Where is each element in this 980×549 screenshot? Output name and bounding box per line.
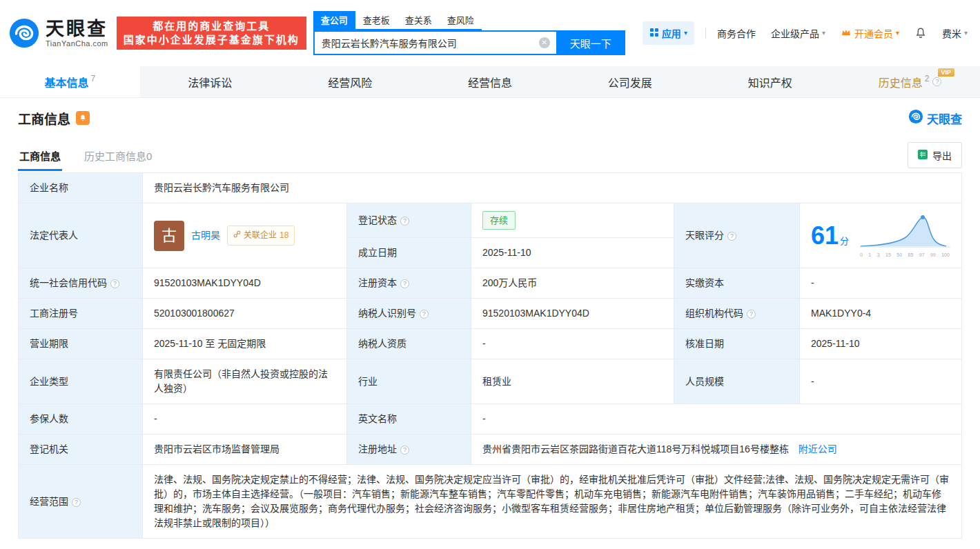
reg-number-label: 工商注册号 <box>19 299 143 329</box>
search-button[interactable]: 天眼一下 <box>556 30 625 55</box>
page-title: 工商信息 <box>18 109 70 128</box>
tab-count: 2 <box>925 74 930 83</box>
org-code-label: 组织机构代码? <box>674 299 800 329</box>
score-chart: 01 315 5085 9799 100 <box>859 213 950 258</box>
company-name-label: 企业名称 <box>19 173 143 203</box>
content: 工商信息 天眼查 工商信息 历史工商信息0 <box>0 98 980 539</box>
tab-label: 法律诉讼 <box>188 74 232 90</box>
english-name-value: - <box>471 404 962 435</box>
export-label: 导出 <box>932 148 952 162</box>
logo-domain: TianYanCha.com <box>46 39 108 48</box>
score-number: 61分 <box>811 222 849 250</box>
tab-label: 知识产权 <box>748 74 792 90</box>
search-box: ✕ <box>313 30 556 55</box>
help-icon[interactable]: ? <box>400 279 409 288</box>
export-button[interactable]: 导出 <box>908 142 962 168</box>
search-tab-risk[interactable]: 查风险 <box>440 11 482 29</box>
tab-count: 7 <box>91 74 96 83</box>
related-companies-label: 关联企业 <box>244 228 277 243</box>
search-tab-relation[interactable]: 查关系 <box>398 11 440 29</box>
company-type-value: 有限责任公司（非自然人投资或控股的法人独资） <box>143 359 347 404</box>
help-icon[interactable]: ? <box>110 279 119 288</box>
status-badge: 存续 <box>482 211 516 230</box>
reg-authority-label: 登记机关 <box>19 435 143 465</box>
search-tab-company[interactable]: 查公司 <box>313 11 355 29</box>
search-row: ✕ 天眼一下 <box>313 30 625 55</box>
related-companies-tag[interactable]: 关联企业 18 <box>227 226 295 246</box>
apps-grid-icon <box>649 28 659 39</box>
staff-size-label: 人员规模 <box>674 359 800 404</box>
help-icon[interactable]: ? <box>400 217 409 226</box>
top-nav: 应用 ▾ 商务合作 企业级产品 ▾ 开通会员 ▾ 费米 <box>643 21 968 45</box>
search-tab-boss[interactable]: 查老板 <box>355 11 398 29</box>
tab-intellectual-property[interactable]: 知识产权 <box>700 66 840 97</box>
help-icon[interactable]: ? <box>420 310 429 319</box>
help-icon[interactable]: ? <box>932 77 941 86</box>
tab-company-development[interactable]: 公司发展 <box>560 66 700 97</box>
score-label: 天眼评分? <box>674 203 800 268</box>
chevron-down-icon: ▾ <box>822 30 825 37</box>
subscribe-bell-icon[interactable] <box>76 111 90 125</box>
help-icon[interactable]: ? <box>72 498 81 507</box>
taxpayer-quality-value: - <box>471 329 674 359</box>
legal-rep-avatar[interactable]: 古 <box>154 221 184 251</box>
industry-value: 租赁业 <box>471 359 674 404</box>
subtab-history-registration[interactable]: 历史工商信息0 <box>83 140 153 171</box>
company-section-tabs: 基本信息 7 法律诉讼 经营风险 经营信息 公司发展 知识产权 VIP 历史信息… <box>0 66 980 98</box>
watermark-brand-text: 天眼查 <box>927 110 962 127</box>
related-companies-count: 18 <box>280 228 288 243</box>
taxpayer-quality-label: 纳税人资质 <box>347 329 471 359</box>
clear-icon[interactable]: ✕ <box>539 37 550 48</box>
search-input[interactable] <box>313 30 556 55</box>
vip-badge: VIP <box>938 68 955 77</box>
org-code-value: MAK1DYY0-4 <box>800 299 962 329</box>
nav-vip[interactable]: 开通会员 ▾ <box>841 26 899 40</box>
apps-label: 应用 <box>662 26 681 40</box>
enterprise-label: 企业级产品 <box>771 26 819 40</box>
tab-business-info[interactable]: 经营信息 <box>420 66 560 97</box>
address-label: 注册地址? <box>347 435 471 465</box>
table-row: 工商注册号 520103001800627 纳税人识别号? 91520103MA… <box>19 299 962 329</box>
english-name-label: 英文名称 <box>347 404 471 435</box>
search-tabs: 查公司 查老板 查关系 查风险 <box>313 11 482 30</box>
help-icon[interactable]: ? <box>747 310 756 319</box>
address-text: 贵州省贵阳市云岩区茶园路街道百花大道118号万科悦城项目16号楼整栋 <box>482 443 789 455</box>
company-name-value: 贵阳云岩长黔汽车服务有限公司 <box>143 173 962 203</box>
score-cell: 61分 01 315 50 <box>800 203 962 268</box>
tab-history-info[interactable]: VIP 历史信息 2 ? <box>840 66 980 97</box>
subtabs-row: 工商信息 历史工商信息0 导出 <box>18 138 962 172</box>
tab-label: 历史信息 <box>879 74 923 90</box>
tianyancha-logo[interactable]: 天眼查 TianYanCha.com <box>8 17 108 49</box>
logo-text-block: 天眼查 TianYanCha.com <box>46 19 108 48</box>
tab-label: 经营信息 <box>468 74 512 90</box>
tab-legal-lawsuits[interactable]: 法律诉讼 <box>140 66 280 97</box>
paid-capital-value: - <box>800 268 962 299</box>
notifications-bell[interactable] <box>914 27 927 39</box>
nearby-companies-link[interactable]: 附近公司 <box>798 443 837 455</box>
apps-menu[interactable]: 应用 ▾ <box>643 21 694 45</box>
tab-label: 基本信息 <box>45 74 89 90</box>
legal-rep-name-link[interactable]: 古明昊 <box>191 228 220 243</box>
chevron-down-icon: ▾ <box>684 30 687 37</box>
score-curve <box>859 213 950 248</box>
nav-enterprise[interactable]: 企业级产品 ▾ <box>771 26 825 40</box>
legal-rep-cell: 古 古明昊 关联企业 18 <box>143 203 347 268</box>
business-info-table: 企业名称 贵阳云岩长黔汽车服务有限公司 法定代表人 古 古明昊 <box>18 172 962 539</box>
chevron-down-icon: ▾ <box>964 30 968 37</box>
help-icon[interactable]: ? <box>727 232 736 241</box>
tab-operation-risk[interactable]: 经营风险 <box>280 66 420 97</box>
link-icon <box>233 228 241 243</box>
tab-basic-info[interactable]: 基本信息 7 <box>0 66 140 97</box>
table-row: 统一社会信用代码? 91520103MAK1DYY04D 注册资本? 200万人… <box>19 268 962 299</box>
watermark-brand: 天眼查 <box>908 109 962 128</box>
export-sheet-icon <box>918 150 928 161</box>
help-icon[interactable]: ? <box>400 446 409 455</box>
subtab-business-registration[interactable]: 工商信息 <box>18 140 62 171</box>
credit-code-value: 91520103MAK1DYY04D <box>143 268 347 299</box>
address-value: 贵州省贵阳市云岩区茶园路街道百花大道118号万科悦城项目16号楼整栋 附近公司 <box>471 435 962 465</box>
insured-value: - <box>143 404 347 435</box>
business-scope-value: 法律、法规、国务院决定规定禁止的不得经营；法律、法规、国务院决定规定应当许可（审… <box>143 465 962 539</box>
reg-status-value: 存续 <box>471 203 674 238</box>
user-menu[interactable]: 费米 ▾ <box>942 26 968 40</box>
nav-cooperation[interactable]: 商务合作 <box>717 26 756 40</box>
